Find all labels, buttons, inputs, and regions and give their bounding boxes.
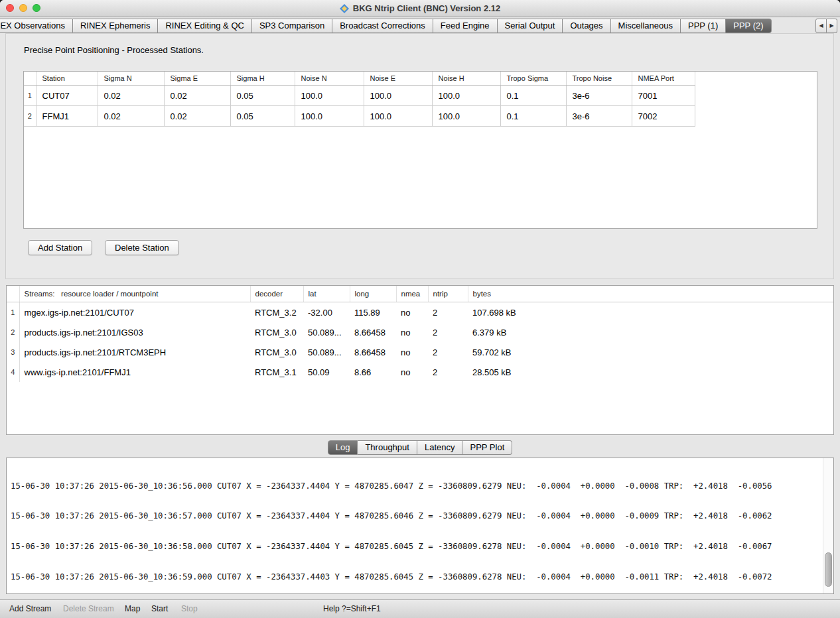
sigma-h-cell[interactable]: 0.05 bbox=[230, 86, 295, 106]
bytes-cell[interactable]: 28.505 kB bbox=[468, 362, 833, 382]
tab-feed-engine[interactable]: Feed Engine bbox=[433, 19, 498, 33]
tab-label: Log bbox=[336, 442, 350, 452]
decoder-cell[interactable]: RTCM_3.0 bbox=[250, 322, 303, 342]
add-stream-action[interactable]: Add Stream bbox=[9, 600, 51, 617]
tab-ppp-plot[interactable]: PPP Plot bbox=[462, 440, 512, 455]
lat-cell[interactable]: 50.09 bbox=[303, 362, 350, 382]
decoder-cell[interactable]: RTCM_3.1 bbox=[250, 362, 303, 382]
mountpoint-cell[interactable]: mgex.igs-ip.net:2101/CUT07 bbox=[19, 302, 250, 323]
noise-h-cell[interactable]: 100.0 bbox=[432, 86, 500, 106]
nmea-port-cell[interactable]: 7002 bbox=[632, 106, 695, 127]
lat-cell[interactable]: 50.089... bbox=[303, 322, 350, 342]
tab-rinex-editing-qc[interactable]: RINEX Editing & QC bbox=[158, 19, 252, 33]
close-window-button[interactable] bbox=[6, 4, 14, 12]
long-cell[interactable]: 8.66458 bbox=[350, 342, 396, 362]
noise-n-cell[interactable]: 100.0 bbox=[295, 86, 364, 106]
bottom-action-bar: Add Stream Delete Stream Map Start Stop … bbox=[0, 599, 840, 618]
noise-n-cell[interactable]: 100.0 bbox=[295, 106, 364, 127]
col-header-sigma-n: Sigma N bbox=[98, 72, 164, 86]
tab-scroll-right-button[interactable]: ▶ bbox=[827, 19, 837, 33]
nmea-cell[interactable]: no bbox=[396, 322, 428, 342]
lat-cell[interactable]: -32.00 bbox=[303, 302, 350, 323]
bytes-cell[interactable]: 6.379 kB bbox=[468, 322, 833, 342]
stream-row[interactable]: 3 products.igs-ip.net:2101/RTCM3EPH RTCM… bbox=[7, 342, 833, 362]
scrollbar-track[interactable] bbox=[823, 458, 833, 593]
long-cell[interactable]: 115.89 bbox=[350, 302, 396, 323]
delete-station-button[interactable]: Delete Station bbox=[105, 240, 179, 255]
log-line: 15-06-30 10:37:26 2015-06-30_10:36:59.00… bbox=[11, 572, 820, 582]
tab-rinex-ephemeris[interactable]: RINEX Ephemeris bbox=[73, 19, 158, 33]
col-header-tropo-noise: Tropo Noise bbox=[566, 72, 632, 86]
mountpoint-cell[interactable]: www.igs-ip.net:2101/FFMJ1 bbox=[19, 362, 250, 382]
sigma-h-cell[interactable]: 0.05 bbox=[230, 106, 295, 127]
sigma-n-cell[interactable]: 0.02 bbox=[98, 106, 164, 127]
stream-row[interactable]: 2 products.igs-ip.net:2101/IGS03 RTCM_3.… bbox=[7, 322, 833, 342]
station-cell[interactable]: FFMJ1 bbox=[36, 106, 98, 127]
start-action[interactable]: Start bbox=[151, 600, 168, 617]
tropo-noise-cell[interactable]: 3e-6 bbox=[566, 86, 632, 106]
zoom-window-button[interactable] bbox=[33, 4, 40, 12]
scrollbar-thumb[interactable] bbox=[825, 552, 832, 587]
nmea-cell[interactable]: no bbox=[396, 342, 428, 362]
ntrip-cell[interactable]: 2 bbox=[428, 342, 468, 362]
tropo-sigma-cell[interactable]: 0.1 bbox=[500, 106, 566, 127]
tab-throughput[interactable]: Throughput bbox=[358, 440, 417, 455]
nmea-cell[interactable]: no bbox=[396, 362, 428, 382]
row-number[interactable]: 1 bbox=[24, 86, 36, 106]
tab-ppp-1[interactable]: PPP (1) bbox=[681, 19, 726, 33]
row-number[interactable]: 3 bbox=[7, 342, 19, 362]
station-cell[interactable]: CUT07 bbox=[36, 86, 98, 106]
mountpoint-cell[interactable]: products.igs-ip.net:2101/RTCM3EPH bbox=[19, 342, 250, 362]
log-output[interactable]: 15-06-30 10:37:26 2015-06-30_10:36:56.00… bbox=[6, 458, 834, 594]
stream-row[interactable]: 1 mgex.igs-ip.net:2101/CUT07 RTCM_3.2 -3… bbox=[7, 302, 833, 323]
decoder-cell[interactable]: RTCM_3.0 bbox=[250, 342, 303, 362]
nmea-port-cell[interactable]: 7001 bbox=[632, 86, 695, 106]
row-number[interactable]: 2 bbox=[7, 322, 19, 342]
row-number[interactable]: 4 bbox=[7, 362, 19, 382]
decoder-cell[interactable]: RTCM_3.2 bbox=[250, 302, 303, 323]
sigma-e-cell[interactable]: 0.02 bbox=[164, 86, 230, 106]
tab-broadcast-corrections[interactable]: Broadcast Corrections bbox=[332, 19, 433, 33]
stream-row[interactable]: 4 www.igs-ip.net:2101/FFMJ1 RTCM_3.1 50.… bbox=[7, 362, 833, 382]
long-cell[interactable]: 8.66458 bbox=[350, 322, 396, 342]
tropo-sigma-cell[interactable]: 0.1 bbox=[500, 86, 566, 106]
noise-e-cell[interactable]: 100.0 bbox=[364, 106, 432, 127]
tab-ppp-2[interactable]: PPP (2) bbox=[726, 19, 771, 33]
bytes-cell[interactable]: 59.702 kB bbox=[468, 342, 833, 362]
tab-scroll-left-button[interactable]: ◀ bbox=[815, 19, 827, 33]
tab-label: RINEX Observations bbox=[0, 21, 65, 31]
tab-serial-output[interactable]: Serial Output bbox=[498, 19, 563, 33]
nmea-cell[interactable]: no bbox=[396, 302, 428, 323]
bytes-cell[interactable]: 107.698 kB bbox=[468, 302, 833, 323]
long-cell[interactable]: 8.66 bbox=[350, 362, 396, 382]
row-number[interactable]: 1 bbox=[7, 302, 19, 323]
ntrip-cell[interactable]: 2 bbox=[428, 322, 468, 342]
tab-outages[interactable]: Outages bbox=[563, 19, 610, 33]
station-row[interactable]: 2 FFMJ1 0.02 0.02 0.05 100.0 100.0 100.0… bbox=[24, 106, 695, 127]
noise-h-cell[interactable]: 100.0 bbox=[432, 106, 500, 127]
mountpoint-cell[interactable]: products.igs-ip.net:2101/IGS03 bbox=[19, 322, 250, 342]
col-header-ntrip: ntrip bbox=[428, 286, 468, 302]
tab-label: PPP Plot bbox=[470, 442, 504, 452]
add-station-button[interactable]: Add Station bbox=[28, 240, 92, 255]
tab-latency[interactable]: Latency bbox=[417, 440, 463, 455]
delete-stream-action: Delete Stream bbox=[63, 600, 114, 617]
row-number[interactable]: 2 bbox=[24, 106, 36, 127]
tab-label: RINEX Editing & QC bbox=[165, 21, 244, 31]
ntrip-cell[interactable]: 2 bbox=[428, 362, 468, 382]
tab-miscellaneous[interactable]: Miscellaneous bbox=[611, 19, 681, 33]
tropo-noise-cell[interactable]: 3e-6 bbox=[566, 106, 632, 127]
sigma-n-cell[interactable]: 0.02 bbox=[98, 86, 164, 106]
col-header-bytes: bytes bbox=[468, 286, 833, 302]
lat-cell[interactable]: 50.089... bbox=[303, 342, 350, 362]
noise-e-cell[interactable]: 100.0 bbox=[364, 86, 432, 106]
tab-log[interactable]: Log bbox=[328, 440, 358, 455]
sigma-e-cell[interactable]: 0.02 bbox=[164, 106, 230, 127]
map-action[interactable]: Map bbox=[125, 600, 140, 617]
tab-rinex-observations[interactable]: RINEX Observations bbox=[0, 19, 73, 33]
ntrip-cell[interactable]: 2 bbox=[428, 302, 468, 323]
station-row[interactable]: 1 CUT07 0.02 0.02 0.05 100.0 100.0 100.0… bbox=[24, 86, 695, 106]
tab-sp3-comparison[interactable]: SP3 Comparison bbox=[252, 19, 332, 33]
col-header-sigma-e: Sigma E bbox=[164, 72, 230, 86]
minimize-window-button[interactable] bbox=[19, 4, 27, 12]
